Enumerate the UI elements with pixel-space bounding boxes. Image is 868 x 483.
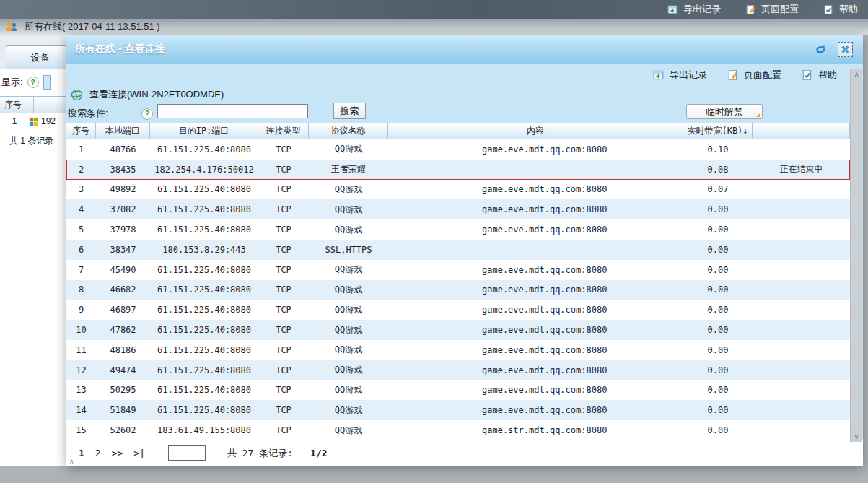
tab-device[interactable]: 设备 (6, 45, 66, 69)
page-help-button[interactable]: 帮助 (823, 3, 858, 16)
table-row[interactable]: 238435182.254.4.176:50012TCP王者荣耀0.08正在结束… (66, 160, 850, 180)
table-cell: QQ游戏 (309, 180, 388, 200)
next-page-button[interactable]: >> (112, 448, 123, 458)
table-cell: 11 (66, 340, 96, 360)
table-cell (388, 160, 683, 180)
search-help-icon[interactable]: ? (141, 108, 153, 120)
page-number-input[interactable] (168, 445, 206, 461)
page-config-icon (745, 4, 756, 15)
table-cell: QQ游戏 (309, 320, 388, 340)
page-config-label: 页面配置 (761, 3, 799, 16)
table-row[interactable]: 34989261.151.225.40:8080TCPQQ游戏game.eve.… (66, 180, 850, 200)
table-cell: game.eve.mdt.qq.com:8080 (388, 300, 683, 320)
table-cell: 0.00 (683, 340, 753, 360)
page-config-button[interactable]: 页面配置 (727, 69, 781, 82)
vertical-scrollbar[interactable]: ∧ ∨ (850, 69, 862, 442)
table-row[interactable]: 135029561.151.225.40:8080TCPQQ游戏game.eve… (66, 380, 850, 401)
table-cell: QQ游戏 (309, 199, 388, 219)
table-row[interactable]: 84668261.151.225.40:8080TCPQQ游戏game.eve.… (66, 280, 850, 300)
connections-table: 序号 本地端口 目的IP:端口 连接类型 协议名称 内容 实时带宽(KB)↓ 1… (66, 123, 850, 440)
page-help-label: 帮助 (839, 3, 858, 16)
table-cell: 47862 (96, 320, 150, 340)
table-cell: game.str.mdt.qq.com:8080 (388, 420, 683, 440)
tab-bar: 设备 (0, 35, 66, 69)
table-cell: 61.151.225.40:8080 (150, 219, 258, 240)
close-button[interactable] (838, 42, 853, 57)
mini-header-cell[interactable]: 序号 (0, 97, 34, 113)
table-cell: TCP (258, 240, 309, 260)
page-indicator: 1/2 (310, 448, 327, 458)
tab-device-label: 设备 (31, 51, 50, 64)
temporary-unblock-button[interactable]: 临时解禁 (686, 104, 763, 119)
table-row[interactable]: 145184961.151.225.40:8080TCPQQ游戏game.eve… (66, 400, 850, 420)
table-cell (753, 400, 850, 420)
table-cell: 0.00 (683, 420, 753, 440)
table-cell: 6 (66, 240, 96, 260)
dialog-titlebar: 所有在线 - 查看连接 (66, 35, 863, 64)
table-cell: game.eve.mdt.qq.com:8080 (388, 380, 683, 401)
dialog-title: 所有在线 - 查看连接 (75, 43, 165, 56)
page-config-label: 页面配置 (744, 69, 781, 82)
table-cell: TCP (258, 300, 309, 320)
last-page-button[interactable]: >| (133, 448, 145, 458)
table-cell: 61.151.225.40:8080 (150, 360, 258, 380)
table-cell: 0.08 (683, 160, 753, 180)
table-cell: 15 (66, 420, 96, 440)
header-index[interactable]: 序号 (66, 123, 96, 139)
table-row[interactable]: 14876661.151.225.40:8080TCPQQ游戏game.eve.… (66, 139, 850, 160)
header-dest-ip[interactable]: 目的IP:端口 (150, 123, 258, 139)
display-help-icon[interactable]: ? (27, 77, 39, 88)
table-cell: 12 (66, 360, 96, 380)
pagination-bar: 1 2 >> >| 共 27 条记录: 1/2 ∧ (66, 440, 863, 466)
header-status[interactable] (753, 123, 850, 139)
header-content[interactable]: 内容 (388, 123, 683, 139)
table-cell: TCP (258, 219, 309, 240)
table-cell: 37082 (96, 199, 150, 219)
mini-table-row[interactable]: 1 192 (0, 113, 66, 130)
table-cell: 37978 (96, 219, 150, 240)
table-cell: 0.00 (683, 360, 753, 380)
header-local-port[interactable]: 本地端口 (96, 123, 150, 139)
table-cell: 48186 (96, 340, 150, 360)
help-button[interactable]: 帮助 (802, 69, 837, 82)
table-cell (753, 139, 850, 160)
table-row[interactable]: 74549061.151.225.40:8080TCPQQ游戏game.eve.… (66, 260, 850, 280)
dialog-toolbar: 导出记录 页面配置 帮助 (653, 69, 837, 82)
search-input[interactable] (157, 104, 308, 118)
close-icon (841, 45, 850, 54)
background-panel: 设备 显示: ? 序号 1 192 共 1 条记录 (0, 35, 66, 466)
scroll-up-icon[interactable]: ∧ (851, 69, 862, 79)
table-cell (388, 240, 683, 260)
page-config-button[interactable]: 页面配置 (745, 3, 799, 16)
display-filter-input[interactable] (43, 75, 51, 90)
table-cell: game.eve.mdt.qq.com:8080 (388, 400, 683, 420)
page-export-button[interactable]: 导出记录 (667, 3, 721, 16)
search-button[interactable]: 搜索 (333, 103, 366, 119)
table-row[interactable]: 638347180.153.8.29:443TCPSSL,HTTPS0.00 (66, 240, 850, 260)
table-cell: QQ游戏 (309, 340, 388, 360)
table-row[interactable]: 94689761.151.225.40:8080TCPQQ游戏game.eve.… (66, 300, 850, 320)
mini-table-header: 序号 (0, 96, 66, 113)
export-records-button[interactable]: 导出记录 (653, 69, 707, 82)
table-cell: TCP (258, 199, 309, 219)
table-cell: 0.00 (683, 240, 753, 260)
table-row[interactable]: 114818661.151.225.40:8080TCPQQ游戏game.eve… (66, 340, 850, 360)
mini-row-ip: 192 (41, 116, 56, 126)
table-row[interactable]: 104786261.151.225.40:8080TCPQQ游戏game.eve… (66, 320, 850, 340)
table-row[interactable]: 124947461.151.225.40:8080TCPQQ游戏game.eve… (66, 360, 850, 380)
header-bandwidth-sorted[interactable]: 实时带宽(KB)↓ (683, 123, 753, 139)
table-cell: TCP (258, 400, 309, 420)
page-link-1[interactable]: 1 (79, 448, 84, 458)
header-protocol[interactable]: 协议名称 (309, 123, 388, 139)
export-records-icon (653, 69, 665, 81)
table-row[interactable]: 53797861.151.225.40:8080TCPQQ游戏game.eve.… (66, 219, 850, 240)
table-cell (753, 340, 850, 360)
collapse-icon[interactable]: ∧ (69, 458, 74, 465)
table-row[interactable]: 43708261.151.225.40:8080TCPQQ游戏game.eve.… (66, 199, 850, 219)
page-link-2[interactable]: 2 (95, 448, 101, 458)
header-conn-type[interactable]: 连接类型 (258, 123, 309, 139)
refresh-icon[interactable] (814, 43, 828, 56)
table-cell: 49892 (96, 180, 150, 200)
scroll-down-icon[interactable]: ∨ (851, 431, 862, 442)
table-row[interactable]: 1552602183.61.49.155:8080TCPQQ游戏game.str… (66, 420, 850, 440)
